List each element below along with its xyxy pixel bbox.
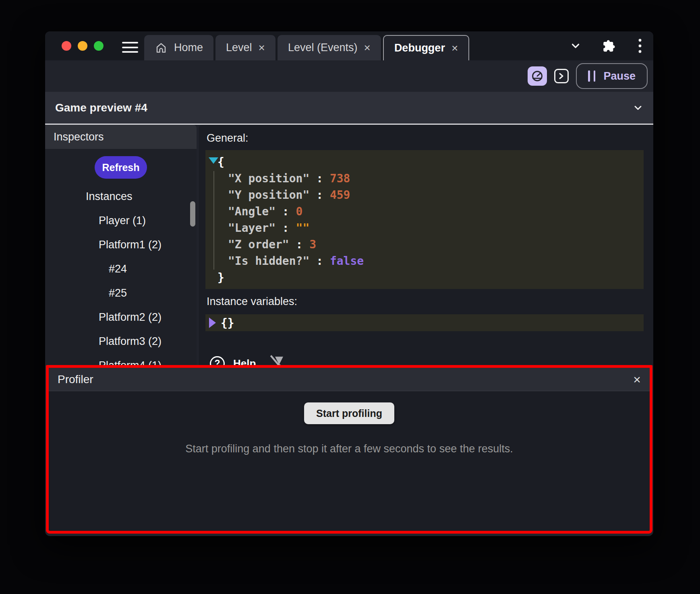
game-preview-header[interactable]: Game preview #4 (45, 92, 653, 124)
main-menu-icon[interactable] (122, 42, 138, 53)
json-property-row: "X position" : 738 (205, 170, 644, 187)
json-close-brace: } (205, 269, 644, 286)
json-property-row: "Z order" : 3 (205, 236, 644, 253)
tab-close-icon[interactable]: × (451, 43, 458, 54)
json-separator: : (275, 205, 296, 218)
json-separator: : (289, 238, 310, 251)
json-value: 738 (330, 172, 350, 185)
screen: HomeLevel×Level (Events)×Debugger× (0, 0, 700, 594)
debugger-toolbar: Pause (45, 60, 653, 92)
inspector-tree: InstancesPlayer (1)Platform1 (2)#24#25Pl… (45, 184, 197, 365)
gauge-icon (531, 70, 544, 82)
pause-icon (588, 70, 595, 82)
app-window: HomeLevel×Level (Events)×Debugger× (45, 31, 653, 536)
console-button[interactable] (554, 69, 569, 83)
json-value: false (330, 254, 364, 268)
tree-item-24[interactable]: #24 (45, 257, 197, 281)
instance-variables-label: Instance variables: (199, 295, 653, 308)
json-separator: : (309, 254, 330, 268)
expand-triangle-icon[interactable] (209, 318, 216, 328)
instance-variables-json-viewer: {} (205, 314, 644, 331)
titlebar: HomeLevel×Level (Events)×Debugger× (45, 31, 653, 60)
game-preview-title: Game preview #4 (55, 101, 147, 114)
json-value: 0 (296, 205, 303, 218)
tree-item-platform4-1[interactable]: Platform4 (1) (45, 353, 197, 365)
tree-item-player-1[interactable]: Player (1) (45, 208, 197, 233)
tab-level[interactable]: Level× (215, 35, 275, 60)
tab-home[interactable]: Home (144, 35, 213, 60)
refresh-button[interactable]: Refresh (95, 156, 147, 179)
pause-button-label: Pause (603, 70, 636, 82)
json-key: "Angle" (228, 205, 275, 218)
debugger-content: Inspectors Refresh InstancesPlayer (1)Pl… (45, 125, 653, 365)
tree-item-instances[interactable]: Instances (45, 184, 197, 208)
tree-item-platform2-2[interactable]: Platform2 (2) (45, 305, 197, 329)
tab-label: Level (226, 41, 252, 54)
json-value: "" (296, 221, 310, 235)
extensions-puzzle-icon[interactable] (602, 39, 615, 53)
inspectors-sidebar: Inspectors Refresh InstancesPlayer (1)Pl… (45, 125, 197, 365)
close-icon[interactable]: × (633, 373, 641, 386)
tab-debugger[interactable]: Debugger× (383, 35, 469, 60)
close-window-button[interactable] (62, 41, 71, 51)
json-value: 459 (330, 188, 350, 202)
inspectors-header: Inspectors (45, 125, 197, 149)
tab-level-events[interactable]: Level (Events)× (278, 35, 381, 60)
json-key: "Z order" (228, 238, 289, 251)
json-property-row: "Angle" : 0 (205, 203, 644, 220)
kebab-menu-icon[interactable] (638, 38, 642, 54)
pause-button[interactable]: Pause (576, 63, 648, 89)
json-key: "Y position" (228, 188, 309, 202)
profiler-body: Start profiling Start profiling and then… (49, 391, 650, 455)
sidebar-scrollbar-thumb[interactable] (190, 201, 195, 227)
profiler-title: Profiler (58, 373, 93, 386)
general-json-viewer: { "X position" : 738"Y position" : 459"A… (205, 150, 644, 289)
json-key: "X position" (228, 172, 309, 185)
tab-close-icon[interactable]: × (364, 42, 371, 54)
tab-bar: HomeLevel×Level (Events)×Debugger× (144, 35, 469, 60)
json-property-row: "Is hidden?" : false (205, 253, 644, 269)
tree-item-25[interactable]: #25 (45, 281, 197, 305)
home-icon (155, 41, 168, 54)
tab-close-icon[interactable]: × (259, 42, 265, 54)
profiler-panel: Profiler × Start profiling Start profili… (46, 365, 652, 534)
profiler-toggle-button[interactable] (528, 66, 547, 86)
general-label: General: (199, 132, 653, 144)
profiler-header: Profiler × (49, 368, 650, 391)
tree-item-platform3-2[interactable]: Platform3 (2) (45, 329, 197, 353)
inspector-detail-panel: General: { "X position" : 738"Y position… (199, 125, 653, 365)
chevron-right-icon (557, 72, 565, 80)
json-open-brace: { (205, 154, 644, 170)
json-key: "Layer" (228, 221, 275, 235)
tab-label: Home (174, 41, 203, 54)
traffic-lights (62, 41, 104, 51)
json-property-row: "Y position" : 459 (205, 187, 644, 203)
chevron-down-icon[interactable] (632, 102, 644, 113)
json-value: 3 (309, 238, 316, 251)
tab-label: Debugger (394, 42, 445, 54)
json-separator: : (309, 188, 330, 202)
json-separator: : (275, 221, 296, 235)
tab-label: Level (Events) (288, 41, 358, 54)
instance-variables-value: {} (221, 316, 234, 330)
chevron-down-icon[interactable] (570, 40, 582, 52)
start-profiling-button[interactable]: Start profiling (304, 402, 394, 424)
json-separator: : (309, 172, 330, 185)
collapse-triangle-icon[interactable] (209, 157, 218, 164)
titlebar-actions (570, 31, 642, 60)
indent-guide (213, 171, 214, 270)
json-key: "Is hidden?" (228, 254, 309, 268)
tree-item-platform1-2[interactable]: Platform1 (2) (45, 233, 197, 257)
profiler-hint-text: Start profiling and then stop it after a… (49, 443, 650, 455)
zoom-window-button[interactable] (94, 41, 104, 51)
minimize-window-button[interactable] (78, 41, 87, 51)
json-property-row: "Layer" : "" (205, 220, 644, 236)
